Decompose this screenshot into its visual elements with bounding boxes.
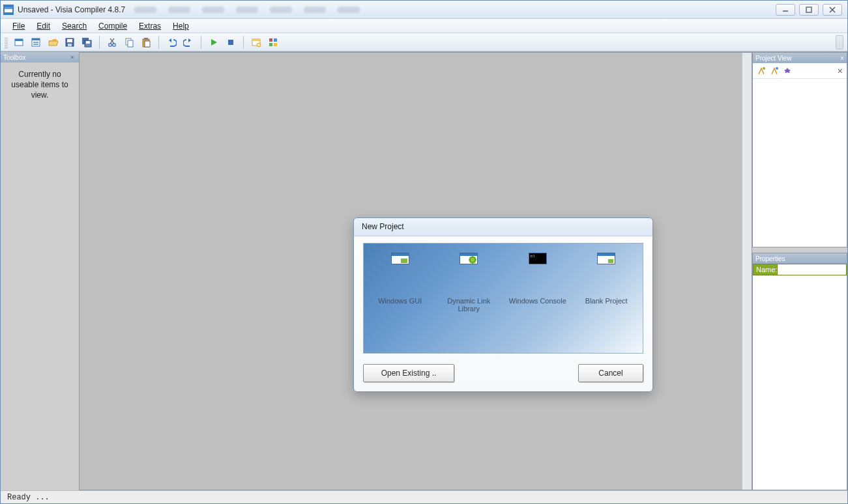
menu-file[interactable]: File bbox=[7, 20, 30, 32]
svg-rect-18 bbox=[86, 41, 90, 44]
svg-rect-30 bbox=[252, 39, 260, 41]
toolbox-close-icon[interactable]: × bbox=[68, 53, 76, 61]
svg-rect-11 bbox=[33, 42, 38, 43]
svg-rect-8 bbox=[15, 39, 23, 41]
property-name-label: Name: bbox=[753, 264, 778, 275]
menu-edit[interactable]: Edit bbox=[31, 20, 55, 32]
svg-rect-24 bbox=[128, 40, 133, 47]
palette-icon[interactable] bbox=[266, 35, 280, 49]
svg-rect-27 bbox=[145, 41, 150, 47]
cancel-button[interactable]: Cancel bbox=[578, 364, 643, 382]
toolbox-panel: Toolbox × Currently no useable items to … bbox=[1, 52, 79, 490]
paste-icon[interactable] bbox=[139, 35, 153, 49]
pv-icon-1[interactable] bbox=[757, 66, 766, 76]
pv-collapse-icon[interactable]: × bbox=[838, 66, 843, 76]
open-existing-button[interactable]: Open Existing .. bbox=[363, 364, 454, 382]
svg-rect-32 bbox=[269, 38, 272, 42]
undo-icon[interactable] bbox=[164, 35, 179, 49]
svg-rect-4 bbox=[806, 7, 811, 12]
right-column: Project View × × Properties Name: bbox=[752, 52, 847, 490]
template-label: Blank Project bbox=[585, 297, 628, 305]
toolbox-title: Toolbox × bbox=[1, 52, 79, 63]
template-windows-gui[interactable]: Windows GUI bbox=[368, 253, 433, 346]
new-project-icon[interactable] bbox=[12, 35, 26, 49]
property-row-name: Name: bbox=[753, 264, 847, 275]
svg-rect-35 bbox=[274, 43, 277, 46]
menubar: File Edit Search Compile Extras Help bbox=[1, 19, 847, 33]
menu-search[interactable]: Search bbox=[57, 20, 92, 32]
blank-project-icon bbox=[597, 253, 615, 264]
menu-extras[interactable]: Extras bbox=[134, 20, 166, 32]
vertical-scrollbar[interactable] bbox=[742, 53, 752, 490]
svg-rect-28 bbox=[228, 40, 233, 45]
window-controls bbox=[776, 4, 845, 16]
toolbox-empty-text: Currently no useable items to view. bbox=[1, 63, 79, 107]
dialog-buttons: Open Existing .. Cancel bbox=[363, 364, 643, 382]
menu-compile[interactable]: Compile bbox=[93, 20, 132, 32]
toolbox-title-label: Toolbox bbox=[3, 54, 25, 61]
play-icon[interactable] bbox=[207, 35, 221, 49]
close-button[interactable] bbox=[823, 4, 842, 16]
project-view-title-label: Project View bbox=[755, 55, 791, 62]
property-name-value[interactable] bbox=[778, 264, 847, 275]
save-all-icon[interactable] bbox=[80, 35, 94, 49]
new-window-icon[interactable] bbox=[249, 35, 263, 49]
project-view-title: Project View × bbox=[753, 53, 847, 63]
redo-icon[interactable] bbox=[181, 35, 196, 49]
pv-icon-2[interactable] bbox=[770, 66, 779, 76]
menu-help[interactable]: Help bbox=[168, 20, 194, 32]
project-view-close-icon[interactable]: × bbox=[840, 55, 844, 62]
svg-rect-33 bbox=[274, 38, 277, 42]
svg-rect-10 bbox=[32, 38, 40, 40]
console-icon bbox=[529, 253, 547, 264]
toolbar-grip bbox=[5, 36, 8, 48]
window-title: Unsaved - Visia Compiler 4.8.7 bbox=[18, 5, 125, 14]
svg-point-36 bbox=[763, 67, 765, 70]
dll-icon bbox=[460, 253, 478, 264]
svg-point-31 bbox=[257, 43, 261, 47]
template-label: Windows Console bbox=[509, 297, 566, 305]
svg-point-37 bbox=[776, 67, 778, 70]
cut-icon[interactable] bbox=[105, 35, 119, 49]
template-area: Windows GUI Dynamic Link Library Windows… bbox=[363, 243, 643, 354]
project-view-panel: Project View × × bbox=[752, 52, 847, 247]
dialog-body: Windows GUI Dynamic Link Library Windows… bbox=[354, 236, 652, 391]
properties-title: Properties bbox=[753, 253, 847, 264]
toolbar-separator bbox=[243, 36, 244, 49]
project-view-toolbar: × bbox=[753, 63, 847, 79]
template-label: Dynamic Link Library bbox=[437, 297, 502, 313]
template-blank[interactable]: Blank Project bbox=[574, 253, 639, 346]
app-window: Unsaved - Visia Compiler 4.8.7 File Edit… bbox=[0, 0, 848, 504]
new-form-icon[interactable] bbox=[29, 35, 43, 49]
windows-gui-icon bbox=[391, 253, 409, 264]
editor-area: New Project Windows GUI Dynamic Link Lib… bbox=[79, 52, 752, 490]
svg-rect-15 bbox=[68, 44, 72, 46]
pv-icon-3[interactable] bbox=[783, 66, 792, 76]
svg-rect-14 bbox=[67, 39, 72, 42]
toolbar-overflow[interactable] bbox=[836, 35, 843, 49]
svg-point-21 bbox=[109, 43, 112, 46]
status-text: Ready ... bbox=[7, 493, 50, 502]
svg-rect-2 bbox=[5, 7, 12, 9]
stop-icon[interactable] bbox=[224, 35, 238, 49]
toolbar-separator bbox=[201, 36, 201, 49]
properties-panel: Properties Name: bbox=[752, 253, 847, 490]
client-area: Toolbox × Currently no useable items to … bbox=[1, 51, 847, 490]
copy-icon[interactable] bbox=[122, 35, 136, 49]
svg-rect-34 bbox=[269, 43, 272, 46]
app-icon bbox=[3, 5, 14, 15]
template-console[interactable]: Windows Console bbox=[505, 253, 570, 346]
statusbar: Ready ... bbox=[1, 490, 847, 503]
template-dll[interactable]: Dynamic Link Library bbox=[437, 253, 502, 346]
svg-rect-26 bbox=[144, 38, 148, 40]
toolbar-separator bbox=[158, 36, 159, 49]
dialog-title: New Project bbox=[354, 218, 652, 236]
save-icon[interactable] bbox=[63, 35, 77, 49]
titlebar: Unsaved - Visia Compiler 4.8.7 bbox=[1, 1, 847, 19]
open-icon[interactable] bbox=[46, 35, 60, 49]
svg-point-22 bbox=[113, 43, 116, 46]
toolbar-separator bbox=[99, 36, 100, 49]
maximize-button[interactable] bbox=[799, 4, 819, 16]
minimize-button[interactable] bbox=[776, 4, 795, 16]
titlebar-blurred-text bbox=[134, 7, 360, 13]
